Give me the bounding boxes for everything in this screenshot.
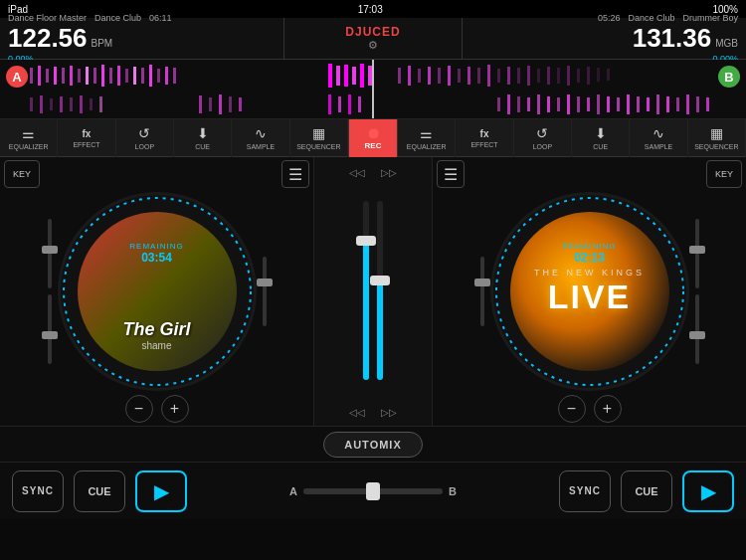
svg-rect-38 xyxy=(517,68,520,84)
deck-a-track-info: The Girl shame xyxy=(122,320,190,351)
svg-rect-24 xyxy=(360,64,364,88)
deck-b-left-sliders xyxy=(480,257,484,326)
deck-a-turntable-outer: REMAINING 03:54 The Girl shame xyxy=(58,192,257,391)
svg-rect-79 xyxy=(627,94,630,114)
loop-right-label: LOOP xyxy=(533,143,552,150)
deck-a-list-button[interactable]: ☰ xyxy=(281,160,309,188)
deck-a-genre: Dance Club xyxy=(94,13,141,23)
deck-b-cue-button[interactable]: CUE xyxy=(621,470,672,512)
svg-rect-28 xyxy=(418,69,421,83)
deck-b-turntable[interactable]: REMAINING 02:13 THE NEW KINGS LIVE xyxy=(490,192,689,391)
deck-b-slider-3[interactable] xyxy=(695,294,699,364)
svg-rect-41 xyxy=(547,67,550,85)
svg-rect-45 xyxy=(587,67,590,85)
svg-rect-60 xyxy=(229,96,232,112)
crossfader-ab: A B xyxy=(283,485,463,497)
svg-rect-69 xyxy=(527,97,530,111)
svg-rect-27 xyxy=(408,66,411,86)
deck-a-key-button[interactable]: KEY xyxy=(4,160,40,188)
svg-rect-37 xyxy=(507,67,510,85)
deck-a-slider-1-thumb xyxy=(42,246,58,254)
svg-rect-12 xyxy=(117,66,120,86)
automix-button[interactable]: AUTOMIX xyxy=(323,432,423,458)
cue-left-button[interactable]: ⬇ CUE xyxy=(174,119,232,157)
deck-a-remaining: REMAINING 03:54 xyxy=(129,242,183,265)
mixer-fader-a[interactable] xyxy=(363,201,369,380)
deck-b-track-title: LIVE xyxy=(548,278,632,316)
deck-b-turntable-outer: REMAINING 02:13 THE NEW KINGS LIVE xyxy=(490,192,689,391)
svg-rect-71 xyxy=(547,96,550,112)
svg-rect-59 xyxy=(219,94,222,114)
svg-rect-8 xyxy=(86,67,89,85)
svg-rect-30 xyxy=(438,68,441,84)
svg-rect-66 xyxy=(497,97,500,111)
equalizer-left-button[interactable]: ⚌ EQUALIZER xyxy=(0,119,58,157)
sample-right-button[interactable]: ∿ SAMPLE xyxy=(630,119,687,157)
crossfader-b-label: B xyxy=(443,485,463,497)
svg-rect-57 xyxy=(199,95,202,113)
gear-icon[interactable]: ⚙ xyxy=(368,39,378,52)
deck-b-sync-button[interactable]: SYNC xyxy=(559,470,611,512)
loop-left-icon: ↺ xyxy=(138,125,150,141)
crossfader-a-label: A xyxy=(283,485,303,497)
loop-left-button[interactable]: ↺ LOOP xyxy=(116,119,174,157)
sequencer-right-button[interactable]: ▦ SEQUENCER xyxy=(688,119,746,157)
deck-b-slider-2[interactable] xyxy=(695,219,699,288)
loop-right-button[interactable]: ↺ LOOP xyxy=(514,119,572,157)
deck-a-slider-3[interactable] xyxy=(263,257,267,326)
svg-rect-55 xyxy=(90,98,93,110)
deck-b-key-button[interactable]: KEY xyxy=(706,160,742,188)
svg-rect-2 xyxy=(38,66,41,86)
svg-rect-77 xyxy=(607,96,610,112)
svg-rect-33 xyxy=(467,67,470,85)
svg-rect-21 xyxy=(336,66,340,86)
mixer-fader-a-thumb xyxy=(356,236,376,246)
sequencer-left-button[interactable]: ▦ SEQUENCER xyxy=(290,119,348,157)
deck-a-slider-1[interactable] xyxy=(48,219,52,288)
svg-rect-52 xyxy=(60,96,63,112)
waveform-svg xyxy=(0,60,746,118)
sequencer-right-icon: ▦ xyxy=(710,125,723,141)
mixer-fader-b[interactable] xyxy=(377,201,383,380)
speaker-right-icon: ▷▷ xyxy=(381,167,397,178)
svg-rect-53 xyxy=(70,97,73,111)
deck-b-slider-1-thumb xyxy=(474,279,490,286)
deck-b-play-button[interactable]: ▶ xyxy=(682,470,734,512)
crossfader-h-track[interactable] xyxy=(303,488,443,494)
svg-rect-42 xyxy=(557,68,560,84)
equalizer-right-button[interactable]: ⚌ EQUALIZER xyxy=(398,119,456,157)
deck-b: ☰ KEY REMAINING 0 xyxy=(433,157,746,426)
sample-left-button[interactable]: ∿ SAMPLE xyxy=(232,119,289,157)
effect-left-button[interactable]: fx EFFECT xyxy=(58,119,115,157)
effect-right-button[interactable]: fx EFFECT xyxy=(456,119,513,157)
deck-b-plus-button[interactable]: + xyxy=(594,395,622,423)
deck-a-slider-2[interactable] xyxy=(48,294,52,364)
deck-a-time: 06:11 xyxy=(149,13,172,23)
svg-rect-7 xyxy=(78,69,81,83)
rec-label: REC xyxy=(365,141,382,150)
svg-rect-16 xyxy=(149,65,152,87)
deck-b-list-button[interactable]: ☰ xyxy=(437,160,465,188)
effect-right-label: EFFECT xyxy=(470,141,497,148)
cue-right-button[interactable]: ⬇ CUE xyxy=(572,119,630,157)
deck-a-cue-button[interactable]: CUE xyxy=(74,470,125,512)
deck-a-plus-button[interactable]: + xyxy=(161,395,189,423)
svg-rect-73 xyxy=(567,94,570,114)
deck-a-sync-button[interactable]: SYNC xyxy=(12,470,64,512)
svg-rect-47 xyxy=(607,69,610,81)
deck-a-turntable[interactable]: REMAINING 03:54 The Girl shame xyxy=(58,192,257,391)
deck-a: KEY ☰ xyxy=(0,157,313,426)
svg-rect-32 xyxy=(458,69,461,83)
deck-a-minus-button[interactable]: − xyxy=(125,395,153,423)
sequencer-left-icon: ▦ xyxy=(312,125,325,141)
rec-button[interactable]: ⏺ REC xyxy=(348,119,398,157)
deck-a-play-button[interactable]: ▶ xyxy=(135,470,187,512)
deck-b-main-row: REMAINING 02:13 THE NEW KINGS LIVE xyxy=(480,192,699,391)
svg-rect-35 xyxy=(487,65,490,87)
deck-a-header: Dance Floor Master Dance Club 06:11 122.… xyxy=(0,18,283,59)
svg-rect-78 xyxy=(617,97,620,111)
deck-b-minus-button[interactable]: − xyxy=(558,395,586,423)
deck-b-slider-1[interactable] xyxy=(480,257,484,326)
svg-rect-75 xyxy=(587,97,590,111)
svg-rect-5 xyxy=(62,68,65,84)
